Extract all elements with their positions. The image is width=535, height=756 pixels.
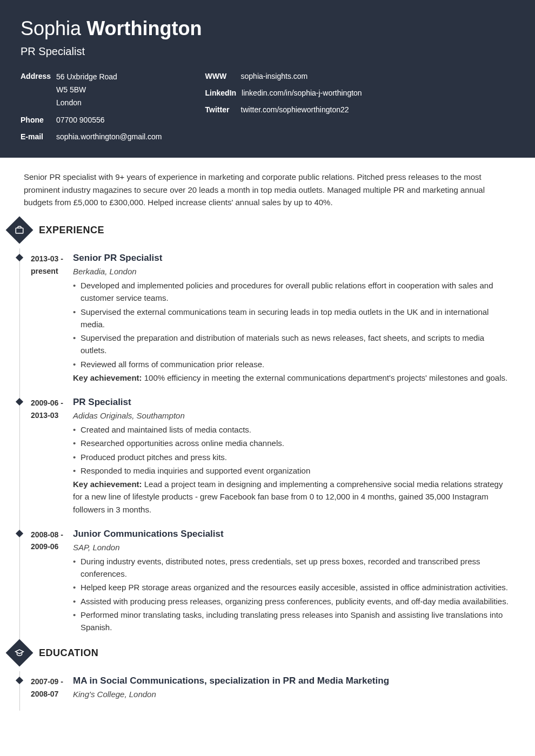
- contact-col-right: WWW sophia-insights.com LinkedIn linkedi…: [205, 71, 362, 143]
- timeline-entry: 2009-06 - 2013-03PR SpecialistAdidas Ori…: [20, 393, 511, 524]
- entry-body: MA in Social Communications, specializat…: [73, 676, 511, 702]
- entry-subtitle: SAP, London: [73, 543, 511, 552]
- entry-bullets: Created and maintained lists of media co…: [73, 423, 511, 477]
- experience-timeline: 2013-03 - presentSenior PR SpecialistBer…: [19, 248, 511, 643]
- contact-col-left: Address 56 Uxbridge Road W5 5BW London P…: [21, 71, 162, 143]
- bullet-item: Developed and implemented policies and p…: [73, 279, 511, 305]
- address-line: W5 5BW: [56, 84, 117, 97]
- entry-dates: 2009-06 - 2013-03: [20, 397, 63, 516]
- entry-title: Senior PR Specialist: [73, 253, 511, 264]
- education-timeline: 2007-09 - 2008-07MA in Social Communicat…: [19, 671, 511, 711]
- key-achievement-label: Key achievement:: [73, 373, 142, 382]
- bullet-item: Produced product pitches and press kits.: [73, 451, 511, 463]
- bullet-item: Assisted with producing press releases, …: [73, 595, 511, 608]
- contact-www: WWW sophia-insights.com: [205, 71, 362, 82]
- contact-value: twitter.com/sophieworthington22: [241, 104, 349, 116]
- section-title: EXPERIENCE: [39, 225, 104, 236]
- entry-bullets: Developed and implemented policies and p…: [73, 279, 511, 370]
- contact-linkedin: LinkedIn linkedin.com/in/sophia-j-worthi…: [205, 87, 362, 99]
- timeline-entry: 2013-03 - presentSenior PR SpecialistBer…: [20, 248, 511, 393]
- contact-grid: Address 56 Uxbridge Road W5 5BW London P…: [21, 71, 514, 143]
- resume-body: Senior PR specialist with 9+ years of ex…: [0, 158, 535, 724]
- entry-dates: 2008-08 - 2009-06: [20, 529, 63, 635]
- bullet-item: Supervised the external communications t…: [73, 306, 511, 331]
- contact-address: Address 56 Uxbridge Road W5 5BW London: [21, 71, 162, 109]
- section-header: EXPERIENCE: [24, 220, 511, 240]
- job-title: PR Specialist: [21, 45, 514, 58]
- svg-rect-0: [16, 228, 23, 233]
- contact-label: WWW: [205, 71, 236, 82]
- first-name: Sophia: [21, 17, 81, 39]
- entry-subtitle: Adidas Originals, Southampton: [73, 411, 511, 420]
- entry-title: Junior Communications Specialist: [73, 529, 511, 539]
- bullet-item: During industry events, distributed note…: [73, 555, 511, 580]
- key-achievement: Key achievement: 100% efficiency in meet…: [73, 372, 511, 384]
- contact-twitter: Twitter twitter.com/sophieworthington22: [205, 104, 362, 116]
- bullet-item: Performed minor translating tasks, inclu…: [73, 609, 511, 634]
- entry-dates: 2013-03 - present: [20, 253, 63, 384]
- contact-label: Phone: [21, 114, 51, 126]
- section-experience: EXPERIENCE 2013-03 - presentSenior PR Sp…: [24, 220, 511, 643]
- key-achievement-text: 100% efficiency in meeting the external …: [142, 373, 508, 382]
- contact-value: sophia.worthington@gmail.com: [56, 131, 162, 143]
- bullet-item: Helped keep PR storage areas organized a…: [73, 581, 511, 593]
- address-line: 56 Uxbridge Road: [56, 71, 117, 84]
- entry-title: PR Specialist: [73, 397, 511, 408]
- contact-value: sophia-insights.com: [241, 71, 308, 82]
- contact-value: linkedin.com/in/sophia-j-worthington: [242, 87, 362, 99]
- bullet-item: Created and maintained lists of media co…: [73, 423, 511, 436]
- key-achievement: Key achievement: Lead a project team in …: [73, 478, 511, 516]
- last-name: Worthington: [86, 17, 202, 39]
- entry-subtitle: Berkadia, London: [73, 267, 511, 276]
- entry-subtitle: King's College, London: [73, 690, 511, 699]
- contact-label: Twitter: [205, 104, 236, 116]
- entry-body: Senior PR SpecialistBerkadia, LondonDeve…: [73, 253, 511, 384]
- section-title: EDUCATION: [39, 647, 98, 659]
- bullet-item: Responded to media inquiries and support…: [73, 464, 511, 477]
- entry-title: MA in Social Communications, specializat…: [73, 676, 511, 686]
- timeline-entry: 2007-09 - 2008-07MA in Social Communicat…: [20, 671, 511, 711]
- briefcase-icon: [6, 217, 34, 244]
- bullet-item: Supervised the preparation and distribut…: [73, 332, 511, 357]
- timeline-entry: 2008-08 - 2009-06Junior Communications S…: [20, 524, 511, 644]
- contact-value: 56 Uxbridge Road W5 5BW London: [56, 71, 117, 109]
- contact-label: LinkedIn: [205, 87, 237, 99]
- resume-header: Sophia Worthington PR Specialist Address…: [0, 0, 535, 158]
- entry-bullets: During industry events, distributed note…: [73, 555, 511, 634]
- entry-dates: 2007-09 - 2008-07: [20, 676, 63, 702]
- summary-text: Senior PR specialist with 9+ years of ex…: [24, 171, 511, 208]
- section-header: EDUCATION: [24, 643, 511, 663]
- contact-label: E-mail: [21, 131, 51, 143]
- section-education: EDUCATION 2007-09 - 2008-07MA in Social …: [24, 643, 511, 711]
- person-name: Sophia Worthington: [21, 17, 514, 40]
- contact-email: E-mail sophia.worthington@gmail.com: [21, 131, 162, 143]
- contact-phone: Phone 07700 900556: [21, 114, 162, 126]
- graduation-cap-icon: [6, 639, 34, 667]
- entry-body: Junior Communications SpecialistSAP, Lon…: [73, 529, 511, 635]
- entry-body: PR SpecialistAdidas Originals, Southampt…: [73, 397, 511, 516]
- address-line: London: [56, 97, 117, 110]
- bullet-item: Researched opportunities across online m…: [73, 437, 511, 449]
- bullet-item: Reviewed all forms of communication prio…: [73, 358, 511, 370]
- key-achievement-label: Key achievement:: [73, 480, 142, 489]
- contact-label: Address: [21, 71, 51, 109]
- contact-value: 07700 900556: [56, 114, 105, 126]
